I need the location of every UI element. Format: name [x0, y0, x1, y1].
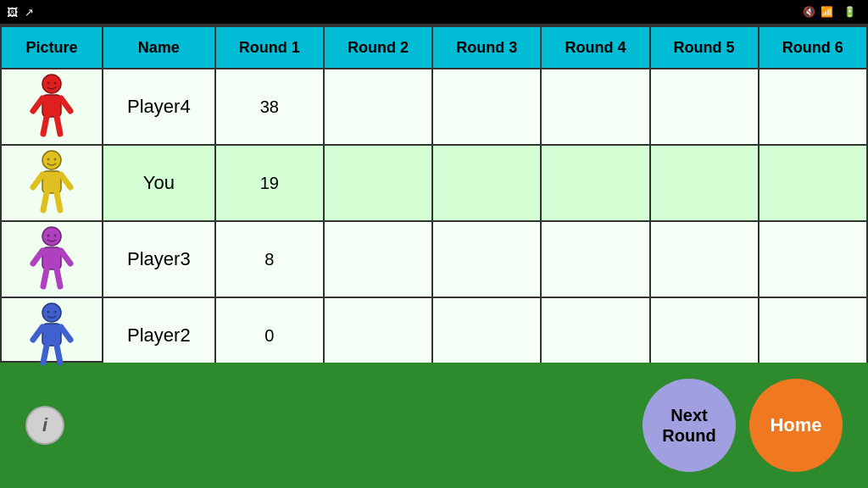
col-round2: Round 2	[324, 26, 432, 69]
svg-line-13	[61, 175, 70, 187]
status-icons: 🖼 ↗	[7, 6, 34, 19]
action-buttons: NextRound Home	[643, 379, 843, 472]
round2-score	[324, 69, 432, 145]
svg-line-20	[33, 251, 42, 263]
player-name-cell: You	[103, 145, 215, 221]
col-picture: Picture	[1, 26, 103, 69]
col-round5: Round 5	[650, 26, 759, 69]
table-row: You19	[1, 145, 867, 221]
svg-line-12	[33, 175, 42, 187]
player-name-cell: Player3	[103, 221, 215, 297]
player-figure-icon	[26, 73, 77, 141]
table-header-row: Picture Name Round 1 Round 2 Round 3 Rou…	[1, 26, 867, 69]
svg-line-14	[43, 193, 47, 210]
svg-line-15	[57, 193, 60, 210]
info-icon: i	[42, 414, 47, 436]
player-figure-icon	[26, 149, 77, 217]
svg-point-24	[42, 303, 61, 322]
player-picture-cell	[1, 221, 103, 297]
col-round3: Round 3	[432, 26, 541, 69]
player-figure-icon	[26, 302, 77, 369]
table-row: Player438	[1, 69, 867, 145]
player-picture-cell	[1, 69, 103, 145]
wifi-icon: 📶	[821, 6, 833, 18]
round3-score	[432, 145, 541, 221]
svg-line-30	[43, 346, 47, 363]
round6-score	[759, 69, 867, 145]
round4-score	[541, 221, 649, 297]
player-name-cell: Player4	[103, 69, 215, 145]
svg-line-31	[57, 346, 60, 363]
round6-score	[759, 145, 867, 221]
home-button[interactable]: Home	[749, 379, 843, 472]
share-icon: ↗	[25, 6, 34, 19]
col-name: Name	[103, 26, 215, 69]
round2-score	[324, 145, 432, 221]
svg-line-29	[61, 327, 70, 340]
svg-point-8	[42, 151, 61, 169]
svg-point-25	[47, 311, 50, 313]
round5-score	[650, 69, 759, 145]
svg-point-2	[54, 82, 57, 85]
svg-line-6	[43, 117, 47, 134]
svg-point-9	[47, 158, 50, 161]
player-figure-icon	[26, 225, 77, 293]
svg-line-22	[43, 269, 47, 286]
mute-icon: 🔇	[803, 6, 815, 18]
svg-line-7	[57, 117, 60, 134]
table-body: Player438 You19	[1, 69, 867, 374]
status-right: 🔇 📶 🔋	[803, 6, 861, 18]
svg-line-23	[57, 269, 60, 286]
svg-line-28	[33, 327, 42, 340]
round4-score	[541, 145, 649, 221]
bottom-bar: i NextRound Home	[0, 363, 868, 488]
round1-score: 8	[215, 221, 324, 297]
svg-point-17	[47, 235, 50, 237]
status-bar: 🖼 ↗ 🔇 📶 🔋	[0, 0, 868, 24]
round1-score: 19	[215, 145, 324, 221]
info-button[interactable]: i	[25, 406, 64, 445]
svg-point-10	[54, 158, 57, 161]
round3-score	[432, 221, 541, 297]
col-round6: Round 6	[759, 26, 867, 69]
battery-icon: 🔋	[843, 6, 856, 18]
next-round-button[interactable]: NextRound	[643, 379, 736, 472]
svg-line-4	[33, 98, 42, 111]
col-round1: Round 1	[215, 26, 324, 69]
round3-score	[432, 69, 541, 145]
table-row: Player38	[1, 221, 867, 297]
round6-score	[759, 221, 867, 297]
svg-line-5	[61, 98, 70, 111]
svg-point-16	[42, 227, 61, 246]
svg-point-26	[54, 311, 57, 313]
svg-point-18	[54, 235, 57, 237]
round1-score: 38	[215, 69, 324, 145]
scoreboard-table: Picture Name Round 1 Round 2 Round 3 Rou…	[0, 25, 868, 374]
round2-score	[324, 221, 432, 297]
round5-score	[650, 221, 759, 297]
svg-line-21	[61, 251, 70, 263]
player-picture-cell	[1, 145, 103, 221]
photo-icon: 🖼	[7, 6, 18, 19]
round5-score	[650, 145, 759, 221]
round4-score	[541, 69, 649, 145]
col-round4: Round 4	[541, 26, 649, 69]
scoreboard-table-area: Picture Name Round 1 Round 2 Round 3 Rou…	[0, 24, 868, 363]
svg-point-0	[42, 75, 61, 93]
svg-point-1	[47, 82, 50, 85]
